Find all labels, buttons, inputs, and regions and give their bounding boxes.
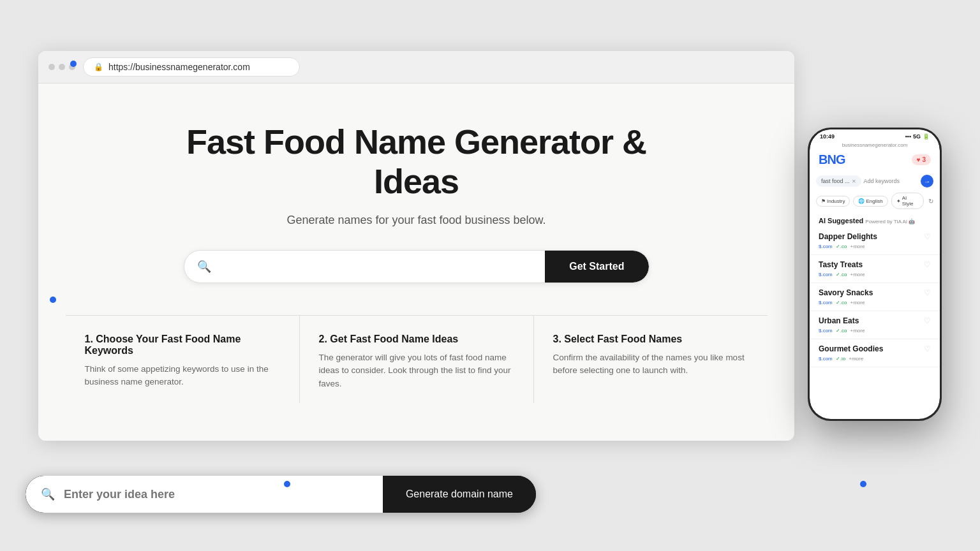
ai-powered-text: Powered by TIA AI 🤖	[865, 219, 915, 224]
name-label: Tasty Treats	[819, 260, 863, 269]
bottom-search-bar[interactable]: 🔍 Generate domain name	[26, 476, 536, 513]
steps-section: 1. Choose Your Fast Food Name Keywords T…	[66, 315, 768, 403]
phone-name-list: Dapper Delights♡$.com✓.co+moreTasty Trea…	[810, 227, 940, 367]
favorite-icon[interactable]: ♡	[924, 288, 931, 297]
url-text: https://businessnamegenerator.com	[108, 62, 250, 72]
bottom-search-input-area: 🔍	[26, 476, 383, 513]
phone-screen: 10:49 ▪▪▪ 5G 🔋 businessnamegenerator.com…	[810, 129, 940, 419]
domain-badge[interactable]: ✓.co	[836, 272, 847, 277]
corner-dot-tl	[50, 297, 56, 303]
main-search-input[interactable]	[219, 251, 533, 283]
domain-badge[interactable]: $.com	[819, 328, 833, 334]
name-label: Dapper Delights	[819, 232, 877, 241]
phone-status-bar: 10:49 ▪▪▪ 5G 🔋	[810, 129, 940, 142]
domain-badges: $.com✓.io+more	[819, 356, 931, 362]
step-3-text: Confirm the availability of the names yo…	[553, 351, 748, 378]
domain-badge[interactable]: +more	[850, 272, 865, 277]
domain-badges: $.com✓.co+more	[819, 300, 931, 305]
domain-badges: $.com✓.co+more	[819, 272, 931, 277]
phone-heart-badge: ♥ 3	[912, 154, 931, 165]
favorite-icon[interactable]: ♡	[924, 260, 931, 269]
phone-mockup: 10:49 ▪▪▪ 5G 🔋 businessnamegenerator.com…	[808, 128, 942, 421]
phone-name-item[interactable]: Dapper Delights♡$.com✓.co+more	[810, 227, 940, 255]
step-1-text: Think of some appetizing keywords to use…	[85, 363, 280, 389]
browser-content: Fast Food Name Generator & Ideas Generat…	[38, 84, 794, 441]
get-started-button[interactable]: Get Started	[545, 251, 648, 283]
domain-badge[interactable]: $.com	[819, 356, 833, 362]
refresh-icon[interactable]: ↻	[928, 198, 933, 205]
browser-frame: 🔒 https://businessnamegenerator.com Fast…	[38, 51, 794, 441]
filter-industry[interactable]: ⚑ Industry	[816, 196, 850, 207]
favorite-icon[interactable]: ♡	[924, 232, 931, 241]
domain-badge[interactable]: ✓.co	[836, 328, 847, 334]
phone-add-keywords[interactable]: Add keywords	[864, 178, 918, 184]
phone-name-item[interactable]: Urban Eats♡$.com✓.co+more	[810, 311, 940, 339]
domain-badge[interactable]: $.com	[819, 300, 833, 305]
phone-name-item[interactable]: Gourmet Goodies♡$.com✓.io+more	[810, 339, 940, 367]
phone-go-button[interactable]: →	[921, 175, 933, 187]
hero-subtitle: Generate names for your fast food busine…	[174, 214, 659, 227]
chip-remove-icon[interactable]: ✕	[852, 179, 856, 184]
phone-name-item[interactable]: Tasty Treats♡$.com✓.co+more	[810, 255, 940, 283]
browser-dot-1	[48, 64, 55, 70]
name-label: Gourmet Goodies	[819, 344, 883, 353]
browser-chrome: 🔒 https://businessnamegenerator.com	[38, 51, 794, 84]
domain-badge[interactable]: $.com	[819, 244, 833, 249]
bottom-search-input[interactable]	[64, 488, 368, 501]
domain-badges: $.com✓.co+more	[819, 244, 931, 249]
battery-icon: 🔋	[923, 133, 930, 140]
phone-header: BNG ♥ 3	[810, 150, 940, 172]
domain-badge[interactable]: +more	[850, 300, 865, 305]
phone-search-row: fast food ... ✕ Add keywords →	[810, 172, 940, 190]
lock-icon: 🔒	[94, 62, 103, 71]
bng-logo: BNG	[819, 152, 845, 167]
domain-badge[interactable]: +more	[849, 356, 863, 362]
domain-badge[interactable]: ✓.co	[836, 244, 847, 249]
step-2-text: The generator will give you lots of fast…	[319, 351, 514, 390]
step-3: 3. Select Fast Food Names Confirm the av…	[534, 316, 768, 403]
bottom-search-icon: 🔍	[41, 487, 55, 501]
keyword-text: fast food ...	[821, 178, 850, 184]
phone-name-item[interactable]: Savory Snacks♡$.com✓.co+more	[810, 283, 940, 311]
domain-badge[interactable]: $.com	[819, 272, 833, 277]
phone-status-icons: ▪▪▪ 5G 🔋	[905, 133, 930, 140]
hero-title: Fast Food Name Generator & Ideas	[174, 122, 659, 201]
step-3-title: 3. Select Fast Food Names	[553, 334, 748, 345]
corner-dot-url	[70, 61, 77, 67]
filter-english-icon: 🌐	[858, 198, 865, 204]
search-input-area: 🔍	[184, 251, 546, 283]
domain-badges: $.com✓.co+more	[819, 328, 931, 334]
filter-ai-style[interactable]: ✦ AI Style	[891, 193, 924, 209]
domain-badge[interactable]: ✓.io	[836, 356, 845, 362]
phone-site-url: businessnamegenerator.com	[810, 142, 940, 150]
hero-section: Fast Food Name Generator & Ideas Generat…	[174, 122, 659, 283]
network-icon: 5G	[913, 133, 921, 140]
corner-dot-bottom	[284, 481, 290, 487]
step-2-title: 2. Get Fast Food Name Ideas	[319, 334, 514, 345]
step-2: 2. Get Fast Food Name Ideas The generato…	[300, 316, 534, 403]
ai-suggested-header: AI Suggested Powered by TIA AI 🤖	[810, 212, 940, 227]
generate-domain-button[interactable]: Generate domain name	[383, 476, 536, 513]
phone-time: 10:49	[820, 133, 835, 140]
signal-icon: ▪▪▪	[905, 133, 911, 140]
filter-english[interactable]: 🌐 English	[853, 196, 887, 207]
domain-badge[interactable]: ✓.co	[836, 300, 847, 305]
search-icon: 🔍	[197, 260, 211, 274]
filter-industry-icon: ⚑	[821, 198, 826, 204]
favorite-icon[interactable]: ♡	[924, 344, 931, 353]
filter-ai-icon: ✦	[896, 198, 901, 204]
domain-badge[interactable]: +more	[850, 328, 865, 334]
name-label: Urban Eats	[819, 316, 859, 325]
main-search-bar[interactable]: 🔍 Get Started	[184, 250, 650, 283]
favorite-icon[interactable]: ♡	[924, 316, 931, 325]
phone-keyword-chip[interactable]: fast food ... ✕	[816, 175, 861, 187]
browser-dot-2	[59, 64, 65, 70]
phone-filter-row: ⚑ Industry 🌐 English ✦ AI Style ↻	[810, 190, 940, 212]
domain-badge[interactable]: +more	[850, 244, 865, 249]
name-label: Savory Snacks	[819, 288, 873, 297]
step-1: 1. Choose Your Fast Food Name Keywords T…	[66, 316, 300, 403]
step-1-title: 1. Choose Your Fast Food Name Keywords	[85, 334, 280, 356]
corner-dot-phone-bottom	[860, 481, 866, 487]
address-bar[interactable]: 🔒 https://businessnamegenerator.com	[83, 57, 300, 77]
